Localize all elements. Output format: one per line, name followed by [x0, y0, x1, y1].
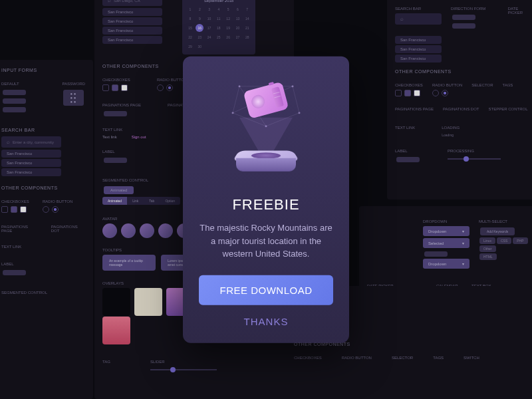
input-default[interactable]	[3, 90, 26, 95]
slider[interactable]	[150, 369, 217, 370]
tag[interactable]: Linux	[479, 237, 495, 244]
modal-title: FREEBIE	[199, 196, 333, 213]
dropdown[interactable]: Dropdown▾	[423, 226, 469, 236]
avatar[interactable]	[102, 223, 117, 238]
svg-line-4	[233, 86, 239, 113]
thanks-link[interactable]: THANKS	[199, 315, 333, 327]
modal-description: The majestic Rocky Mountains are a major…	[199, 221, 333, 261]
search-input[interactable]: San Diego, CA	[102, 0, 162, 6]
svg-line-1	[293, 86, 299, 113]
hologram-illustration	[226, 76, 306, 183]
heading-input-forms: INPUT FORMS	[1, 68, 85, 72]
svg-point-7	[239, 85, 241, 87]
list-item[interactable]: San Francisco	[1, 150, 61, 158]
radio[interactable]	[43, 206, 49, 213]
panel-left: INPUT FORMS DEFAULT PASSWORD ● ● ● ● ● ●…	[0, 60, 93, 399]
svg-point-9	[299, 112, 301, 114]
tooltip: An example of a tooltip message	[102, 255, 156, 271]
svg-point-8	[292, 85, 294, 87]
download-button[interactable]: FREE DOWNLOAD	[199, 275, 333, 305]
sign-out-link[interactable]: Sign out	[132, 135, 146, 139]
search-input[interactable]: Enter a city, community	[1, 136, 61, 148]
text-link[interactable]: Text link	[102, 135, 117, 139]
checkbox[interactable]	[1, 206, 8, 213]
panel-right-top: SEARCH BAR DIRECTION FORM DATE PICKER Sa…	[387, 0, 532, 200]
freebie-modal: FREEBIE The majestic Rocky Mountains are…	[183, 57, 349, 343]
calendar[interactable]: September 2018 1234567 891011121314 1516…	[182, 0, 255, 55]
svg-point-10	[232, 112, 234, 114]
segment-button[interactable]: Animated	[104, 186, 134, 194]
segmented-control[interactable]: AnimatedLinkTabOption	[102, 197, 180, 205]
input-password[interactable]: ● ● ● ● ● ●	[63, 90, 84, 106]
